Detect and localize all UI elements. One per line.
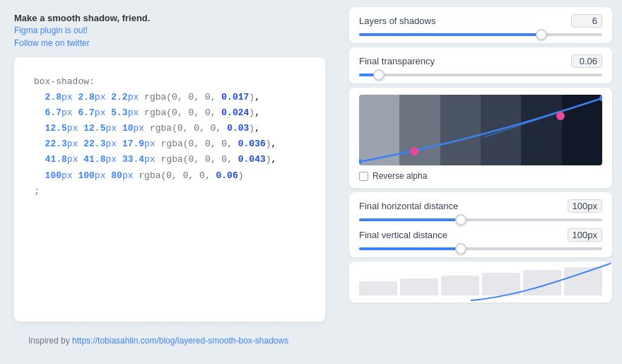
vertical-label: Final vertical distance xyxy=(359,230,447,240)
bezier-canvas[interactable] xyxy=(359,95,602,165)
footer: Inspired by https://tobiasahlin.com/blog… xyxy=(14,330,325,351)
footer-link[interactable]: https://tobiasahlin.com/blog/layered-smo… xyxy=(72,336,288,346)
vertical-value: 100px xyxy=(568,228,602,242)
horizontal-slider-fill xyxy=(359,218,461,221)
transparency-slider-thumb[interactable] xyxy=(373,69,385,81)
horizontal-label: Final horizontal distance xyxy=(359,201,458,211)
tagline: Make a smooth shadow, friend. xyxy=(14,13,325,23)
horizontal-slider-track[interactable] xyxy=(359,218,602,221)
preview-curve-svg xyxy=(471,262,612,303)
transparency-card: Final transparency 0.06 xyxy=(349,47,612,83)
vertical-slider-fill xyxy=(359,247,461,250)
transparency-label: Final transparency xyxy=(359,56,435,66)
reverse-alpha-checkbox[interactable] xyxy=(359,172,368,181)
svg-line-0 xyxy=(359,151,415,162)
bezier-svg xyxy=(359,95,602,165)
layers-slider-fill xyxy=(359,33,541,36)
preview-card xyxy=(349,262,612,303)
reverse-alpha-row: Reverse alpha xyxy=(359,171,602,181)
vertical-row: Final vertical distance 100px xyxy=(359,228,602,250)
bezier-card: Reverse alpha xyxy=(349,88,612,188)
horizontal-value: 100px xyxy=(568,199,602,213)
figma-link[interactable]: Figma plugin is out! xyxy=(14,25,88,35)
layers-value: 6 xyxy=(571,14,602,28)
preview-strip-1 xyxy=(359,281,397,295)
svg-point-2 xyxy=(411,147,419,155)
distance-card: Final horizontal distance 100px Final ve… xyxy=(349,192,612,257)
code-card: box-shadow: 2.8px 2.8px 2.2px rgba(0, 0,… xyxy=(14,57,325,322)
svg-line-1 xyxy=(484,98,602,137)
svg-point-3 xyxy=(556,112,565,120)
right-panel: Layers of shadows 6 Final transparency 0… xyxy=(339,0,622,364)
transparency-slider-track[interactable] xyxy=(359,74,602,76)
horizontal-slider-thumb[interactable] xyxy=(455,214,466,225)
left-panel: Make a smooth shadow, friend. Figma plug… xyxy=(0,0,339,364)
svg-point-5 xyxy=(599,95,602,101)
code-block: box-shadow: 2.8px 2.8px 2.2px rgba(0, 0,… xyxy=(34,74,305,199)
layers-label: Layers of shadows xyxy=(359,16,435,26)
svg-point-4 xyxy=(359,159,362,165)
twitter-link[interactable]: Follow me on twitter xyxy=(14,38,90,48)
vertical-slider-track[interactable] xyxy=(359,247,602,250)
preview-strip-2 xyxy=(400,278,438,295)
layers-card: Layers of shadows 6 xyxy=(349,7,612,43)
layers-slider-thumb[interactable] xyxy=(536,29,547,40)
vertical-slider-thumb[interactable] xyxy=(455,243,466,254)
horizontal-row: Final horizontal distance 100px xyxy=(359,199,602,221)
layers-slider-track[interactable] xyxy=(359,33,602,36)
footer-text: Inspired by xyxy=(28,336,72,346)
transparency-value: 0.06 xyxy=(571,54,602,68)
reverse-alpha-label: Reverse alpha xyxy=(372,171,427,181)
